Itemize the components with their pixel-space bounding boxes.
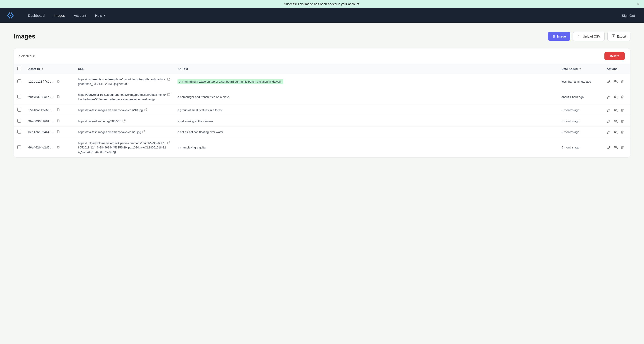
copy-icon[interactable] [56, 119, 60, 123]
manage-users-button[interactable] [613, 119, 618, 123]
url-cell: https://d9hyo6bif16lx.cloudfront.net/liv… [74, 89, 174, 105]
asset-id-sort-icon: ▾ [42, 68, 43, 70]
manage-users-button[interactable] [613, 95, 618, 99]
url-cell: https://upload.wikimedia.org/wikipedia/c… [74, 138, 174, 157]
success-banner: Success! This image has been added to yo… [0, 0, 644, 8]
svg-rect-10 [58, 96, 59, 98]
alt-text-cell: A man riding a wave on top of a surfboar… [174, 74, 558, 89]
delete-row-button[interactable] [620, 80, 624, 84]
actions-cell [603, 89, 630, 105]
table-row: 15a18a119e66... https://ata-test-images.… [14, 105, 630, 116]
logo [6, 11, 16, 20]
delete-row-button[interactable] [620, 108, 624, 112]
date-added-cell: 5 months ago [558, 105, 603, 116]
url-cell: https://img.freepik.com/free-photo/man-r… [74, 74, 174, 89]
row-checkbox-cell [14, 74, 25, 89]
svg-marker-1 [11, 12, 14, 19]
row-checkbox-cell [14, 116, 25, 127]
images-table: Asset ID ▾ URL Alt Text Date Added ▾ [14, 64, 630, 157]
delete-row-button[interactable] [620, 95, 624, 99]
row-checkbox-cell [14, 138, 25, 157]
row-checkbox-cell [14, 127, 25, 138]
signout-button[interactable]: Sign Out [618, 12, 638, 19]
edit-button[interactable] [607, 119, 611, 123]
asset-id-value: 122cc12fffc2... [28, 80, 55, 83]
svg-point-23 [614, 131, 616, 132]
actions-cell [603, 74, 630, 89]
copy-icon[interactable] [56, 130, 60, 134]
manage-users-button[interactable] [613, 108, 618, 112]
date-added-cell: 5 months ago [558, 116, 603, 127]
row-checkbox[interactable] [18, 119, 21, 123]
alt-text-cell: a group of small statues in a forest [174, 105, 558, 116]
nav-account[interactable]: Account [70, 12, 90, 19]
manage-users-button[interactable] [613, 145, 618, 150]
row-checkbox[interactable] [18, 108, 21, 112]
actions-cell [603, 105, 630, 116]
external-link-icon[interactable] [167, 93, 170, 97]
asset-id-cell: bee1cbe894b4... [25, 127, 74, 138]
copy-icon[interactable] [56, 108, 60, 112]
date-added-cell: about 1 hour ago [558, 89, 603, 105]
asset-id-value: 66a462b4e2d2... [28, 146, 55, 149]
date-added-header[interactable]: Date Added ▾ [558, 64, 603, 74]
table-row: f8f78d788aea... https://d9hyo6bif16lx.cl… [14, 89, 630, 105]
row-checkbox-cell [14, 105, 25, 116]
row-checkbox[interactable] [18, 80, 21, 83]
export-button[interactable]: Export [607, 32, 630, 41]
svg-marker-0 [7, 12, 10, 19]
edit-button[interactable] [607, 95, 611, 99]
table-row: bee1cbe894b4... https://ata-test-images.… [14, 127, 630, 138]
external-link-icon[interactable] [142, 130, 146, 134]
external-link-icon[interactable] [122, 120, 126, 123]
svg-point-15 [614, 109, 616, 110]
url-value: https://d9hyo6bif16lx.cloudfront.net/liv… [78, 93, 166, 101]
edit-button[interactable] [607, 80, 611, 84]
upload-csv-button[interactable]: Upload CSV [573, 32, 604, 41]
url-cell: https://ata-test-images.s3.amazonaws.com… [74, 127, 174, 138]
copy-icon[interactable] [56, 146, 60, 149]
actions-cell [603, 127, 630, 138]
navbar: Dashboard Images Account Help ▾ Sign Out [0, 8, 644, 23]
external-link-icon[interactable] [144, 108, 147, 112]
add-image-button[interactable]: ⊕ Image [548, 32, 570, 41]
delete-button[interactable]: Delete [604, 52, 625, 60]
edit-button[interactable] [607, 130, 611, 134]
nav-help[interactable]: Help ▾ [92, 12, 109, 19]
row-checkbox-cell [14, 89, 25, 105]
row-checkbox[interactable] [18, 145, 21, 149]
alt-text-cell: a man playing a guitar [174, 138, 558, 157]
copy-icon[interactable] [56, 80, 60, 84]
external-link-icon[interactable] [167, 78, 170, 81]
asset-id-value: 15a18a119e66... [28, 108, 55, 112]
chevron-down-icon: ▾ [104, 13, 105, 18]
external-link-icon[interactable] [167, 141, 170, 145]
asset-id-header[interactable]: Asset ID ▾ [25, 64, 74, 74]
nav-dashboard[interactable]: Dashboard [24, 12, 48, 19]
asset-id-value: bee1cbe894b4... [28, 130, 55, 134]
success-message: Success! This image has been added to yo… [284, 2, 360, 6]
manage-users-button[interactable] [613, 130, 618, 134]
delete-row-button[interactable] [620, 145, 624, 150]
table-row: 122cc12fffc2... https://img.freepik.com/… [14, 74, 630, 89]
row-checkbox[interactable] [18, 95, 21, 99]
upload-icon [577, 34, 581, 39]
select-all-checkbox[interactable] [18, 67, 21, 70]
edit-button[interactable] [607, 108, 611, 112]
manage-users-button[interactable] [613, 80, 618, 84]
row-checkbox[interactable] [18, 130, 21, 134]
selected-count-label: Selected: 0 [19, 54, 35, 58]
edit-button[interactable] [607, 145, 611, 150]
delete-row-button[interactable] [620, 119, 624, 123]
date-added-cell: 5 months ago [558, 138, 603, 157]
delete-row-button[interactable] [620, 130, 624, 134]
svg-rect-6 [58, 81, 59, 82]
nav-images[interactable]: Images [50, 12, 68, 19]
actions-header: Actions [603, 64, 630, 74]
close-banner-button[interactable]: × [637, 2, 640, 7]
images-table-container: Selected: 0 Delete Asset ID ▾ [14, 48, 630, 158]
asset-id-cell: f8f78d788aea... [25, 89, 74, 105]
copy-icon[interactable] [56, 95, 60, 99]
date-sort-icon: ▾ [580, 68, 581, 70]
table-header: Asset ID ▾ URL Alt Text Date Added ▾ [14, 64, 630, 74]
